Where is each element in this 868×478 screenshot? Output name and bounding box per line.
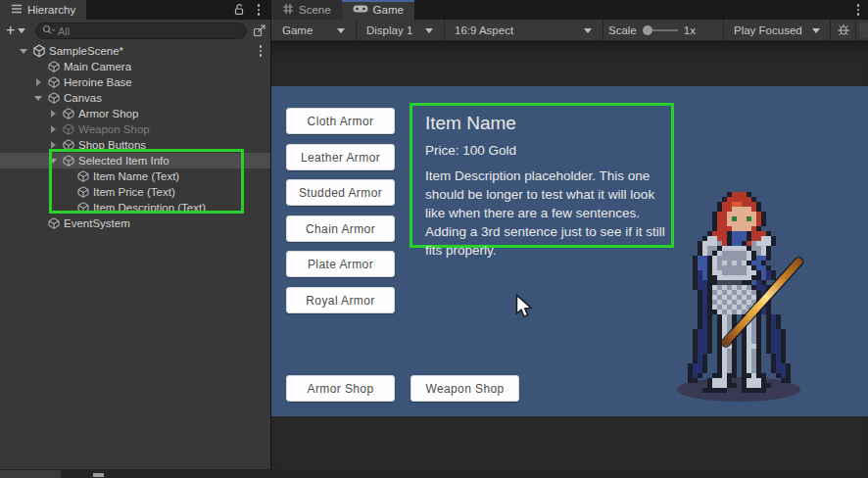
bug-icon: [836, 23, 851, 38]
gameobject-cube-icon: [47, 75, 61, 89]
cloth-armor-button[interactable]: Cloth Armor: [286, 108, 395, 134]
royal-armor-button[interactable]: Royal Armor: [286, 287, 395, 313]
bottom-panel-edge: [0, 469, 868, 478]
hierarchy-row-label: Weapon Shop: [78, 123, 150, 135]
display-dropdown[interactable]: Display 1: [360, 20, 440, 41]
gameobject-cube-icon: [47, 60, 61, 73]
hierarchy-row-label: Selected Item Info: [78, 155, 169, 167]
gameobject-cube-icon: [76, 185, 90, 199]
hierarchy-row-canvas[interactable]: Canvas: [0, 90, 270, 106]
gameobject-cube-icon: [62, 154, 75, 167]
foldout-right-icon[interactable]: [47, 110, 59, 118]
hierarchy-row-item-name-text[interactable]: Item Name (Text): [0, 168, 270, 184]
chevron-down-icon: [337, 28, 345, 33]
tab-hierarchy-label: Hierarchy: [27, 4, 75, 16]
play-focused-dropdown[interactable]: Play Focused: [727, 20, 827, 41]
tab-game[interactable]: Game: [342, 0, 414, 20]
open-search-window-icon[interactable]: [253, 24, 266, 39]
selected-item-info-panel: Item Name Price: 100 Gold Item Descripti…: [410, 103, 674, 248]
create-object-button[interactable]: +: [6, 21, 25, 40]
chevron-down-icon: [18, 28, 25, 33]
scene-grid-icon: [282, 3, 294, 17]
hierarchy-row-label: EventSystem: [64, 217, 130, 229]
item-description-text: Item Description placeholder. This one s…: [425, 167, 672, 260]
scene-kebab-icon[interactable]: [255, 41, 267, 61]
search-icon: [42, 24, 55, 37]
hierarchy-row-armor-shop[interactable]: Armor Shop: [0, 106, 270, 121]
item-price-text: Price: 100 Gold: [425, 143, 671, 158]
plus-icon: +: [6, 22, 15, 39]
hierarchy-row-label: Item Price (Text): [93, 186, 175, 198]
hierarchy-row-heroine-base[interactable]: Heroine Base: [0, 74, 270, 90]
hierarchy-row-label: SampleScene*: [49, 45, 123, 57]
unlock-icon[interactable]: [233, 3, 245, 18]
hierarchy-tree: SampleScene*Main CameraHeroine BaseCanva…: [0, 43, 270, 231]
gameobject-cube-icon: [47, 216, 61, 230]
hierarchy-row-label: Armor Shop: [78, 108, 138, 120]
tab-hierarchy[interactable]: Hierarchy: [0, 0, 86, 20]
hierarchy-menu-kebab-icon[interactable]: [253, 0, 265, 20]
hierarchy-row-label: Main Camera: [64, 61, 131, 72]
hierarchy-row-label: Item Description (Text): [93, 202, 206, 214]
foldout-right-icon[interactable]: [47, 125, 59, 133]
gameobject-cube-icon: [47, 91, 61, 105]
hierarchy-row-eventsystem[interactable]: EventSystem: [0, 215, 270, 231]
plate-armor-button[interactable]: Plate Armor: [286, 251, 395, 277]
scale-label: Scale: [608, 24, 637, 36]
search-input[interactable]: [58, 25, 240, 37]
debug-bug-button[interactable]: [834, 20, 853, 41]
leather-armor-button[interactable]: Leather Armor: [286, 144, 395, 170]
studded-armor-button[interactable]: Studded Armor: [286, 179, 395, 206]
chevron-down-icon: [425, 28, 433, 33]
item-name-text: Item Name: [425, 113, 671, 134]
toolbar-overflow-sliver[interactable]: [859, 23, 868, 38]
bottom-panel-tab-stub[interactable]: [0, 470, 61, 478]
foldout-down-icon[interactable]: [32, 96, 44, 101]
heroine-sprite: [683, 192, 796, 395]
game-mode-dropdown[interactable]: Game: [275, 20, 352, 41]
list-icon: [11, 4, 23, 16]
hierarchy-row-label: Item Name (Text): [93, 170, 179, 182]
slider-track[interactable]: [652, 29, 678, 31]
hierarchy-row-label: Heroine Base: [64, 76, 132, 88]
mouse-cursor-icon: [515, 294, 532, 321]
game-tabbar: Scene Game: [271, 0, 868, 20]
hierarchy-search-field[interactable]: [35, 23, 247, 39]
unity-editor-window: Hierarchy + Sa: [0, 0, 868, 478]
gameobject-cube-icon: [76, 201, 90, 215]
weapon-shop-button[interactable]: Weapon Shop: [410, 375, 519, 402]
foldout-down-icon[interactable]: [18, 49, 29, 54]
hierarchy-row-item-price-text[interactable]: Item Price (Text): [0, 184, 270, 200]
bottom-mini-icon: [93, 473, 104, 477]
gameobject-cube-icon: [62, 138, 75, 152]
chevron-down-icon: [812, 28, 820, 33]
gameobject-cube-icon: [62, 122, 75, 136]
game-menu-kebab-icon[interactable]: [852, 0, 865, 20]
aspect-ratio-dropdown[interactable]: 16:9 Aspect: [448, 20, 599, 41]
game-toolbar: Game Display 1 16:9 Aspect Scale 1x: [271, 20, 868, 41]
foldout-down-icon[interactable]: [47, 159, 59, 164]
foldout-right-icon[interactable]: [32, 78, 44, 86]
hierarchy-row-label: Shop Buttons: [78, 139, 146, 151]
chevron-down-icon: [584, 28, 592, 33]
tab-scene[interactable]: Scene: [271, 0, 342, 20]
hierarchy-row-selected-item-info[interactable]: Selected Item Info: [0, 153, 270, 168]
hierarchy-tabbar: Hierarchy: [0, 0, 270, 20]
hierarchy-row-weapon-shop[interactable]: Weapon Shop: [0, 121, 270, 137]
tab-scene-label: Scene: [299, 4, 331, 16]
slider-knob[interactable]: [643, 25, 652, 35]
armor-shop-button[interactable]: Armor Shop: [286, 375, 395, 402]
hierarchy-panel: Hierarchy + Sa: [0, 0, 270, 469]
hierarchy-row-main-camera[interactable]: Main Camera: [0, 59, 270, 74]
foldout-right-icon[interactable]: [47, 141, 59, 149]
gameobject-cube-icon: [62, 107, 75, 120]
hierarchy-row-samplescene[interactable]: SampleScene*: [0, 43, 270, 59]
scale-value: 1x: [684, 24, 696, 36]
game-viewport: Cloth ArmorLeather ArmorStudded ArmorCha…: [271, 86, 868, 416]
chain-armor-button[interactable]: Chain Armor: [286, 215, 395, 242]
hierarchy-toolbar: +: [0, 20, 270, 41]
hierarchy-row-item-description-text[interactable]: Item Description (Text): [0, 200, 270, 215]
hierarchy-row-shop-buttons[interactable]: Shop Buttons: [0, 137, 270, 153]
gamepad-icon: [353, 4, 368, 16]
scale-slider[interactable]: [643, 25, 678, 35]
